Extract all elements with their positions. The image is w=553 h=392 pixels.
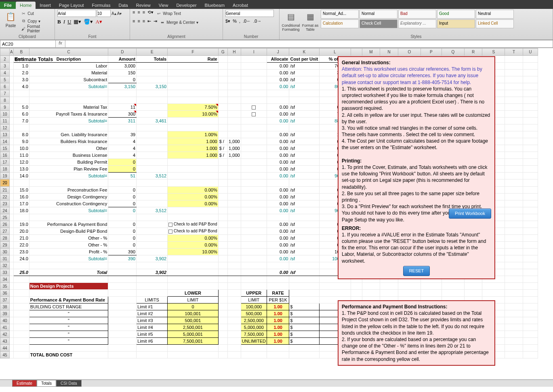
style-neutral[interactable]: Neutral: [476, 10, 514, 19]
cell[interactable]: [168, 179, 218, 187]
cell[interactable]: [228, 187, 241, 194]
cell[interactable]: [218, 111, 227, 118]
cell[interactable]: $ /: [218, 152, 227, 159]
sheet-tab-totals[interactable]: Totals: [37, 380, 56, 387]
cell[interactable]: [523, 152, 538, 159]
cell[interactable]: 17.0: [13, 200, 29, 207]
cell[interactable]: [289, 276, 319, 283]
tab-bluebeam[interactable]: Bluebeam: [201, 2, 229, 9]
cell[interactable]: [13, 276, 29, 283]
cell[interactable]: [505, 131, 523, 138]
cell[interactable]: [137, 179, 168, 187]
cell[interactable]: [13, 179, 29, 187]
italic-button[interactable]: I: [63, 19, 65, 25]
cell[interactable]: [10, 131, 14, 138]
cell[interactable]: Performance & Payment Bond Rate: [29, 297, 108, 303]
cell[interactable]: 8.0: [13, 131, 29, 138]
amount-cell[interactable]: 0: [108, 166, 137, 173]
cell[interactable]: [218, 345, 227, 352]
row-header[interactable]: 42: [0, 331, 10, 338]
cell[interactable]: [218, 90, 227, 97]
cell[interactable]: [10, 290, 14, 297]
cell[interactable]: [398, 283, 421, 290]
cell[interactable]: Design Contingency: [29, 194, 108, 200]
cell[interactable]: [228, 221, 241, 228]
cell[interactable]: [228, 76, 241, 83]
cell[interactable]: [137, 221, 168, 228]
cell[interactable]: RATE: [267, 290, 289, 297]
cell[interactable]: Subcontract: [29, 76, 108, 83]
cell[interactable]: [505, 76, 523, 83]
cell[interactable]: [13, 262, 29, 269]
align-right[interactable]: ≡: [143, 19, 145, 26]
cell[interactable]: 15.0: [13, 187, 29, 194]
cell[interactable]: [505, 249, 523, 255]
col-header[interactable]: S: [482, 48, 505, 56]
cell[interactable]: [10, 118, 14, 124]
cell[interactable]: [505, 214, 523, 221]
cell[interactable]: [218, 249, 227, 255]
cell[interactable]: [505, 324, 523, 331]
format-painter-button[interactable]: 🖌Format Painter: [21, 25, 52, 32]
cell[interactable]: [137, 228, 168, 235]
cell[interactable]: Building Permit: [29, 159, 108, 166]
cell[interactable]: [505, 159, 523, 166]
cell[interactable]: [505, 152, 523, 159]
cell[interactable]: [228, 228, 241, 235]
col-header[interactable]: J: [267, 48, 289, 56]
style-check-cell[interactable]: Check Cell: [360, 19, 397, 28]
rate-cell[interactable]: 0.00%: [168, 194, 218, 200]
cell[interactable]: [228, 118, 241, 124]
cell[interactable]: [505, 297, 523, 303]
cell[interactable]: [241, 228, 267, 235]
cell[interactable]: /sf: [289, 228, 319, 235]
cell[interactable]: [108, 179, 137, 187]
amount-cell[interactable]: 390: [108, 249, 137, 255]
cell[interactable]: [13, 331, 29, 338]
cell[interactable]: [10, 269, 14, 276]
style-normal[interactable]: Normal: [360, 10, 397, 19]
cell[interactable]: [505, 276, 523, 283]
cell[interactable]: 0.00: [267, 221, 289, 228]
shrink-font[interactable]: A▾: [117, 10, 122, 17]
cell[interactable]: [505, 90, 523, 97]
cell[interactable]: /sf: [289, 159, 319, 166]
cell[interactable]: [10, 255, 14, 262]
rate-cell[interactable]: 10.00%: [168, 111, 218, 118]
cell[interactable]: [218, 159, 227, 166]
cell[interactable]: [228, 207, 241, 214]
cell[interactable]: [10, 90, 14, 97]
cell[interactable]: Check to add P&P Bond: [168, 228, 218, 235]
cell[interactable]: [505, 138, 523, 145]
align-center[interactable]: ≡: [137, 19, 140, 26]
cell[interactable]: [137, 159, 168, 166]
row-header[interactable]: 7: [0, 90, 10, 97]
cell[interactable]: [10, 276, 14, 283]
cell[interactable]: [218, 324, 227, 331]
cell[interactable]: Business License: [29, 152, 108, 159]
cell[interactable]: UNLIMITED: [241, 338, 267, 345]
cell[interactable]: [168, 269, 218, 276]
cell[interactable]: [218, 242, 227, 249]
cell[interactable]: 0.00: [267, 166, 289, 173]
cell[interactable]: 0: [168, 303, 218, 310]
cell[interactable]: $: [289, 338, 319, 345]
cell[interactable]: [218, 297, 227, 303]
cell[interactable]: [218, 262, 227, 269]
cell[interactable]: [289, 297, 319, 303]
cell[interactable]: 1,000: [228, 145, 241, 152]
cell[interactable]: [267, 90, 289, 97]
cell[interactable]: [505, 111, 523, 118]
cell[interactable]: Cost per Unit: [289, 56, 319, 63]
cell[interactable]: [137, 63, 168, 70]
cell[interactable]: /sf: [289, 145, 319, 152]
reset-button[interactable]: RESET: [403, 266, 430, 276]
cell[interactable]: 0.00: [267, 152, 289, 159]
cell[interactable]: /sf: [289, 249, 319, 255]
cell[interactable]: [241, 207, 267, 214]
cell[interactable]: 3,150: [137, 83, 168, 90]
cell[interactable]: [228, 338, 241, 345]
col-header[interactable]: U: [523, 48, 538, 56]
cell[interactable]: [228, 242, 241, 249]
cell[interactable]: Limit #1: [137, 303, 168, 310]
